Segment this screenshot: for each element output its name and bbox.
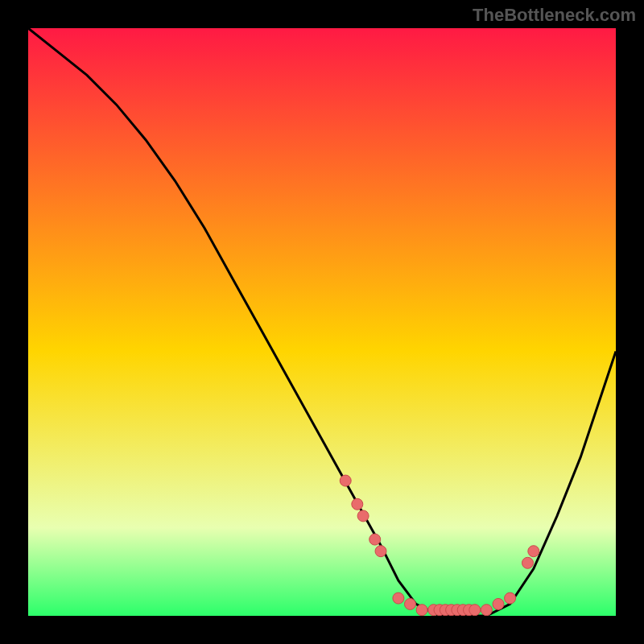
data-point — [469, 605, 481, 616]
data-point — [357, 510, 369, 522]
gradient-background — [28, 28, 616, 616]
data-point — [393, 592, 404, 604]
data-point — [369, 534, 381, 545]
chart-svg — [28, 28, 616, 616]
data-point — [481, 605, 492, 616]
plot-area — [28, 28, 616, 616]
data-point — [416, 605, 427, 616]
data-point — [528, 546, 539, 557]
data-point — [493, 598, 504, 609]
data-point — [505, 592, 516, 604]
watermark-text: TheBottleneck.com — [473, 5, 636, 26]
chart-container: TheBottleneck.com — [0, 0, 644, 644]
data-point — [340, 475, 351, 486]
data-point — [405, 598, 416, 609]
data-point — [352, 498, 363, 510]
data-point — [522, 557, 534, 568]
data-point — [375, 546, 386, 557]
